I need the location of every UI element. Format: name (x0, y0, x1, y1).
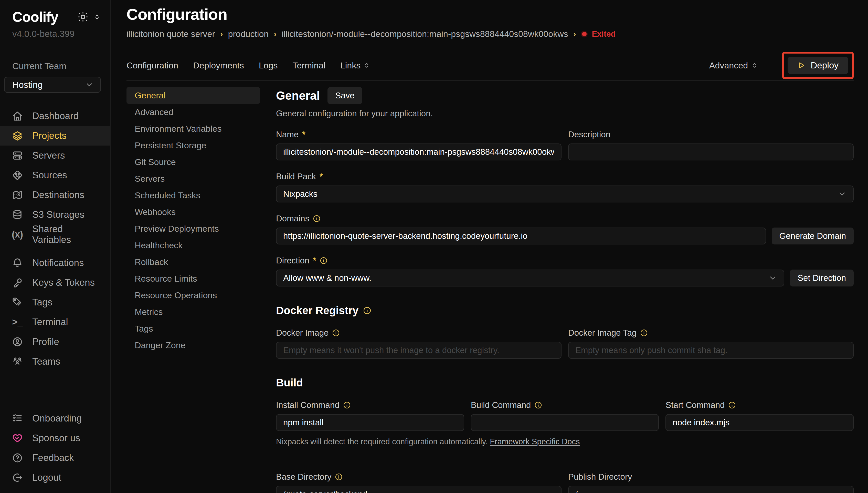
sidebar-item-dashboard[interactable]: Dashboard (0, 106, 110, 126)
name-input[interactable] (276, 144, 562, 160)
subnav-item-resource-operations[interactable]: Resource Operations (127, 287, 260, 304)
docker-image-input[interactable] (276, 342, 562, 359)
subnav-item-metrics[interactable]: Metrics (127, 304, 260, 320)
install-command-label: Install Command (276, 400, 464, 410)
breadcrumb-project[interactable]: illicitonion quote server (127, 29, 215, 39)
subnav-item-servers[interactable]: Servers (127, 170, 260, 187)
info-icon[interactable] (640, 329, 648, 337)
deploy-button[interactable]: Deploy (787, 57, 848, 74)
sidebar-item-label: Sources (32, 170, 67, 181)
chevron-down-icon (85, 81, 94, 89)
sidebar-item-label: Onboarding (32, 413, 82, 424)
sidebar-item-servers[interactable]: Servers (0, 146, 110, 165)
tags-icon (12, 297, 23, 308)
breadcrumb: illicitonion quote server › production ›… (127, 29, 854, 39)
build-pack-select[interactable]: Nixpacks (276, 186, 854, 202)
description-label: Description (568, 130, 854, 140)
sidebar-item-feedback[interactable]: Feedback (0, 448, 110, 468)
sidebar-item-destinations[interactable]: Destinations (0, 185, 110, 205)
sidebar-item-profile[interactable]: Profile (0, 332, 110, 351)
tab-terminal[interactable]: Terminal (292, 61, 325, 70)
sidebar-item-label: Shared Variables (32, 224, 98, 245)
deploy-highlight-annotation: Deploy (782, 52, 854, 79)
map-icon (12, 189, 23, 201)
start-command-label: Start Command (665, 400, 854, 410)
team-select[interactable]: Hosting (4, 77, 101, 93)
breadcrumb-environment[interactable]: production (228, 29, 269, 39)
direction-select[interactable]: Allow www & non-www. (276, 270, 784, 286)
info-icon[interactable] (335, 473, 343, 481)
tab-configuration[interactable]: Configuration (127, 61, 178, 70)
sidebar-item-terminal[interactable]: >_ Terminal (0, 312, 110, 332)
install-command-input[interactable] (276, 414, 464, 431)
subnav-item-rollback[interactable]: Rollback (127, 254, 260, 270)
sidebar-item-label: Servers (32, 150, 65, 161)
subnav-item-webhooks[interactable]: Webhooks (127, 204, 260, 220)
tab-deployments[interactable]: Deployments (193, 61, 244, 70)
subnav-item-scheduled-tasks[interactable]: Scheduled Tasks (127, 187, 260, 204)
sidebar-item-tags[interactable]: Tags (0, 292, 110, 312)
info-icon[interactable] (363, 306, 371, 315)
git-icon (12, 170, 23, 181)
sidebar-item-sources[interactable]: Sources (0, 165, 110, 185)
subnav-item-environment-variables[interactable]: Environment Variables (127, 121, 260, 137)
base-directory-input[interactable] (276, 486, 562, 493)
framework-docs-link[interactable]: Framework Specific Docs (490, 437, 580, 446)
subnav-item-advanced[interactable]: Advanced (127, 104, 260, 121)
tabbar: Configuration Deployments Logs Terminal … (127, 50, 854, 81)
subnav-item-tags[interactable]: Tags (127, 320, 260, 337)
publish-directory-label: Publish Directory (568, 472, 854, 482)
subnav-item-persistent-storage[interactable]: Persistent Storage (127, 137, 260, 154)
info-icon[interactable] (332, 329, 340, 337)
subnav-item-resource-limits[interactable]: Resource Limits (127, 270, 260, 287)
sidebar-item-shared-variables[interactable]: (x) Shared Variables (0, 224, 110, 244)
variable-icon: (x) (12, 229, 23, 240)
general-form: General Save General configuration for y… (276, 87, 854, 493)
start-command-input[interactable] (665, 414, 854, 431)
sidebar-item-projects[interactable]: Projects (0, 126, 110, 146)
play-icon (797, 61, 805, 69)
info-icon[interactable] (534, 401, 542, 409)
sidebar-item-s3-storages[interactable]: S3 Storages (0, 205, 110, 224)
tab-logs[interactable]: Logs (259, 61, 278, 70)
sidebar-item-logout[interactable]: Logout (0, 468, 110, 487)
build-command-input[interactable] (471, 414, 659, 431)
sidebar-item-label: Terminal (32, 317, 68, 327)
sidebar-item-onboarding[interactable]: Onboarding (0, 408, 110, 428)
subnav-item-preview-deployments[interactable]: Preview Deployments (127, 220, 260, 237)
description-input[interactable] (568, 144, 854, 160)
info-icon[interactable] (313, 215, 321, 222)
sidebar-item-notifications[interactable]: Notifications (0, 253, 110, 273)
subnav-item-healthcheck[interactable]: Healthcheck (127, 237, 260, 254)
subnav-item-git-source[interactable]: Git Source (127, 154, 260, 170)
publish-directory-input[interactable] (568, 486, 854, 493)
domains-input[interactable] (276, 228, 766, 244)
config-subnav: General Advanced Environment Variables P… (127, 87, 260, 493)
heart-hands-icon (12, 432, 23, 444)
info-icon[interactable] (728, 401, 736, 409)
generate-domain-button[interactable]: Generate Domain (772, 228, 854, 244)
info-icon[interactable] (320, 257, 327, 264)
theme-chevrons-icon[interactable] (93, 13, 101, 21)
chevrons-up-down-icon (751, 62, 758, 69)
sidebar-item-teams[interactable]: Teams (0, 351, 110, 371)
status-badge: Exited (581, 29, 616, 39)
docker-image-tag-input[interactable] (568, 342, 854, 359)
docker-registry-title: Docker Registry (276, 304, 359, 317)
advanced-dropdown[interactable]: Advanced (709, 61, 758, 70)
sidebar-item-sponsor-us[interactable]: Sponsor us (0, 428, 110, 448)
theme-sun-icon[interactable] (77, 11, 89, 23)
subnav-item-danger-zone[interactable]: Danger Zone (127, 337, 260, 353)
team-select-value: Hosting (12, 80, 43, 90)
breadcrumb-application[interactable]: illicitestonion/-module--decomposition:m… (282, 29, 568, 39)
save-button[interactable]: Save (327, 87, 362, 104)
sidebar-item-label: Sponsor us (32, 433, 80, 444)
set-direction-button[interactable]: Set Direction (790, 270, 854, 286)
bell-icon (12, 257, 23, 269)
tab-links[interactable]: Links (340, 61, 370, 70)
info-icon[interactable] (343, 401, 351, 409)
subnav-item-general[interactable]: General (127, 87, 260, 104)
nixpacks-note: Nixpacks will detect the required config… (276, 437, 854, 446)
sidebar-item-keys-tokens[interactable]: Keys & Tokens (0, 273, 110, 292)
sidebar-nav: Dashboard Projects Servers Sources Desti… (0, 106, 110, 371)
